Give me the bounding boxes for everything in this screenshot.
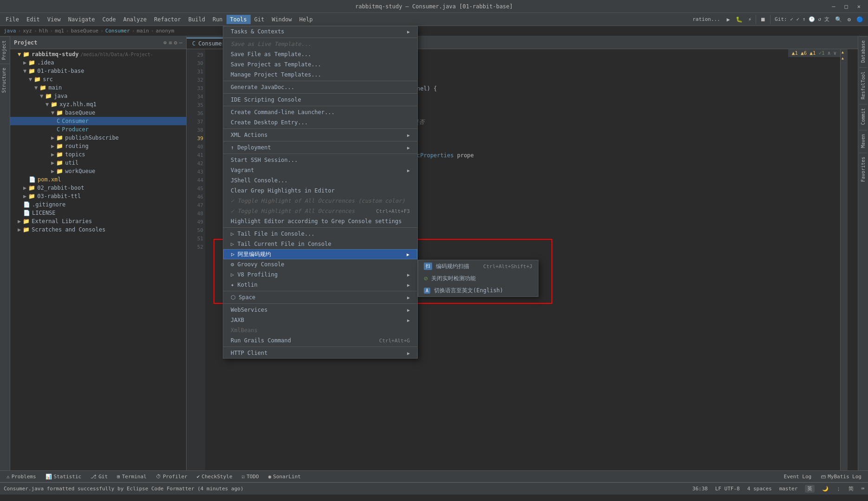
tree-item-topics[interactable]: ▶ 📁 topics bbox=[10, 150, 186, 159]
tab-git[interactable]: ⎇ Git bbox=[86, 472, 112, 481]
status-vcs[interactable]: master bbox=[779, 486, 798, 492]
tree-item-basequeue[interactable]: ▼ 📁 baseQueue bbox=[10, 109, 186, 117]
vtab-project[interactable]: Project bbox=[0, 36, 10, 64]
menu-git[interactable]: Git bbox=[251, 15, 268, 24]
status-position[interactable]: 36:38 bbox=[693, 486, 708, 492]
coverage-button[interactable]: ⚡ bbox=[745, 15, 754, 24]
tab-mybatis-log[interactable]: 🗃 MyBatis Log bbox=[816, 472, 866, 481]
tree-item-consumer[interactable]: C Consumer bbox=[10, 117, 186, 125]
tools-clear-grep[interactable]: Clear Grep Highlights in Editor bbox=[223, 186, 417, 196]
vtab-database[interactable]: Database bbox=[859, 36, 867, 66]
tools-webservices[interactable]: WebServices ▶ bbox=[223, 305, 417, 315]
tree-item-scratches[interactable]: ▶ 📁 Scratches and Consoles bbox=[10, 225, 186, 234]
tree-item-02-rabbit-boot[interactable]: ▶ 📁 02_rabbit-boot bbox=[10, 184, 186, 192]
tree-item-src[interactable]: ▼ 📁 src bbox=[10, 75, 186, 84]
tools-alibaba[interactable]: ▷ 阿里编码规约 ▶ bbox=[223, 249, 417, 259]
breadcrumb-item[interactable]: java bbox=[4, 28, 16, 34]
tree-item-main[interactable]: ▼ 📁 main bbox=[10, 84, 186, 92]
tree-item-xyz-hlh[interactable]: ▼ 📁 xyz.hlh.mq1 bbox=[10, 100, 186, 109]
tree-item-external-libs[interactable]: ▶ 📁 External Libraries bbox=[10, 217, 186, 225]
menu-help[interactable]: Help bbox=[296, 15, 317, 24]
tools-create-cmdline[interactable]: Create Command-line Launcher... bbox=[223, 107, 417, 117]
input-method-btn[interactable]: 英 bbox=[805, 485, 815, 493]
tab-statistic[interactable]: 📊 Statistic bbox=[41, 472, 86, 481]
update-button[interactable]: 🔵 bbox=[854, 15, 866, 24]
vtab-maven[interactable]: Maven bbox=[859, 130, 867, 152]
tree-item-03-rabbit-ttl[interactable]: ▶ 📁 03-rabbit-ttl bbox=[10, 192, 186, 200]
tab-todo[interactable]: ☑ TODO bbox=[237, 472, 264, 481]
tree-item-gitignore[interactable]: 📄 .gitignore bbox=[10, 200, 186, 209]
tools-tasks-contexts[interactable]: Tasks & Contexts ▶ bbox=[223, 26, 417, 37]
tools-space[interactable]: ⬡ Space ▶ bbox=[223, 292, 417, 302]
alibaba-close-realtime[interactable]: ⊘ 关闭实时检测功能 bbox=[418, 272, 538, 284]
tree-item-license[interactable]: 📄 LICENSE bbox=[10, 209, 186, 217]
breadcrumb-item[interactable]: mq1 bbox=[55, 28, 64, 34]
tab-terminal[interactable]: ⊞ Terminal bbox=[112, 472, 151, 481]
project-action-close[interactable]: — bbox=[179, 39, 182, 46]
search-button[interactable]: 🔍 bbox=[832, 15, 845, 24]
menu-refactor[interactable]: Refactor bbox=[150, 15, 185, 24]
tools-save-project-template[interactable]: Save Project as Template... bbox=[223, 59, 417, 70]
tools-deployment[interactable]: ↑ Deployment ▶ bbox=[223, 142, 417, 153]
tools-jshell[interactable]: JShell Console... bbox=[223, 175, 417, 186]
menu-build[interactable]: Build bbox=[185, 15, 209, 24]
menu-analyze[interactable]: Analyze bbox=[119, 15, 150, 24]
run-button[interactable]: ▶ bbox=[724, 15, 733, 24]
tools-save-file-template[interactable]: Save File as Template... bbox=[223, 49, 417, 59]
project-action-settings[interactable]: ⚙ bbox=[174, 39, 177, 46]
project-action-sync[interactable]: ⊕ bbox=[163, 39, 167, 46]
tools-kotlin[interactable]: ✦ Kotlin ▶ bbox=[223, 280, 417, 290]
tab-event-log[interactable]: Event Log bbox=[779, 472, 816, 481]
chevron-down[interactable]: ∨ bbox=[833, 50, 836, 56]
menu-tools[interactable]: Tools bbox=[227, 15, 251, 24]
tree-item-idea[interactable]: ▶ 📁 .idea bbox=[10, 58, 186, 67]
breadcrumb-item-consumer[interactable]: Consumer bbox=[105, 28, 130, 34]
stop-button[interactable]: ⏹ bbox=[758, 15, 769, 24]
tab-checkstyle[interactable]: ✔ CheckStyle bbox=[192, 472, 237, 481]
tools-highlight-grep[interactable]: Highlight Editor according to Grep Conso… bbox=[223, 216, 417, 226]
tools-jaxb[interactable]: JAXB ▶ bbox=[223, 315, 417, 325]
alibaba-switch-lang[interactable]: A 切换语言至英文(English) bbox=[418, 284, 538, 296]
alibaba-scan[interactable]: 扫 编码规约扫描 Ctrl+Alt+Shift+J bbox=[418, 260, 538, 272]
tools-xml-actions[interactable]: XML Actions ▶ bbox=[223, 130, 417, 140]
vtab-commit[interactable]: Commit bbox=[859, 104, 867, 128]
tools-manage-project-templates[interactable]: Manage Project Templates... bbox=[223, 70, 417, 80]
close-button[interactable]: ✕ bbox=[855, 2, 863, 11]
tools-ssh[interactable]: Start SSH Session... bbox=[223, 155, 417, 165]
tools-tail-current[interactable]: ▷ Tail Current File in Console bbox=[223, 239, 417, 249]
tools-create-desktop[interactable]: Create Desktop Entry... bbox=[223, 117, 417, 128]
chinese-mode[interactable]: 简 bbox=[849, 485, 854, 492]
tools-tail-file[interactable]: ▷ Tail File in Console... bbox=[223, 229, 417, 239]
menu-code[interactable]: Code bbox=[99, 15, 120, 24]
menu-view[interactable]: View bbox=[44, 15, 65, 24]
chevron-up[interactable]: ∧ bbox=[828, 50, 831, 56]
menu-window[interactable]: Window bbox=[268, 15, 295, 24]
tree-item-pom[interactable]: 📄 pom.xml bbox=[10, 175, 186, 184]
tree-item-workqueue[interactable]: ▶ 📁 workQueue bbox=[10, 167, 186, 175]
vtab-favorites[interactable]: Favorites bbox=[859, 153, 867, 186]
breadcrumb-item[interactable]: main bbox=[136, 28, 149, 34]
tools-v8[interactable]: ▷ V8 Profiling ▶ bbox=[223, 270, 417, 280]
tree-item-util[interactable]: ▶ 📁 util bbox=[10, 159, 186, 167]
tools-vagrant[interactable]: Vagrant ▶ bbox=[223, 165, 417, 175]
tools-grails[interactable]: Run Grails Command Ctrl+Alt+G bbox=[223, 335, 417, 346]
tree-item-routing[interactable]: ▶ 📁 routing bbox=[10, 142, 186, 150]
tree-item-root[interactable]: ▼ 📁 rabbitmq-study /media/hlh/Data/A-Pro… bbox=[10, 50, 186, 58]
status-indent[interactable]: 4 spaces bbox=[747, 486, 772, 492]
tools-generate-javadoc[interactable]: Generate JavaDoc... bbox=[223, 82, 417, 92]
menu-edit[interactable]: Edit bbox=[23, 15, 44, 24]
tools-ide-scripting[interactable]: IDE Scripting Console bbox=[223, 95, 417, 105]
breadcrumb-item[interactable]: baseQueue bbox=[71, 28, 99, 34]
debug-button[interactable]: 🐛 bbox=[733, 15, 745, 24]
tree-item-producer[interactable]: C Producer bbox=[10, 125, 186, 134]
tree-item-01-rabbit-base[interactable]: ▼ 📁 01-rabbit-base bbox=[10, 67, 186, 75]
project-action-expand[interactable]: ≡ bbox=[168, 39, 172, 46]
status-encoding[interactable]: LF UTF-8 bbox=[715, 486, 740, 492]
tools-http-client[interactable]: HTTP Client ▶ bbox=[223, 348, 417, 358]
tree-item-java[interactable]: ▼ 📁 java bbox=[10, 92, 186, 100]
breadcrumb-item[interactable]: hlh bbox=[39, 28, 48, 34]
tab-profiler[interactable]: ⏱ Profiler bbox=[151, 472, 192, 481]
tools-groovy[interactable]: ⚙ Groovy Console bbox=[223, 259, 417, 270]
vtab-restfultool[interactable]: ResfulTool bbox=[859, 67, 867, 103]
minimize-button[interactable]: — bbox=[829, 2, 838, 11]
